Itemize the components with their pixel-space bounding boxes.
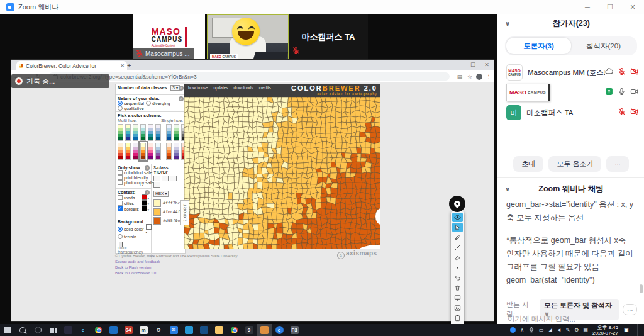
participants-tab-0[interactable]: 토론자(3) [506,38,571,54]
cursor-tool[interactable] [452,223,463,232]
new-tab-button[interactable]: + [127,62,131,69]
image-tool[interactable] [452,303,463,313]
color-scheme-ramp[interactable] [118,124,123,141]
context-option-roads[interactable]: roads [118,195,135,200]
nature-option-qualitative[interactable]: qualitative [118,106,144,111]
transparency-slider[interactable] [119,244,147,244]
tray-keyboard[interactable]: ▦ [584,327,589,333]
info-icon[interactable]: i [145,190,150,195]
participant-row[interactable]: MASOCAMPUSMasocampus MM (호스트, 나) [497,63,644,82]
collapse-chevron-icon[interactable]: ∨ [505,20,510,27]
color-scheme-ramp[interactable] [174,143,179,160]
nav-link-updates[interactable]: updates [213,86,228,90]
info-icon[interactable]: i [179,86,184,91]
eye-tool[interactable] [452,213,463,222]
app-9[interactable]: 9 [242,324,257,336]
dot-tool[interactable] [452,263,463,272]
notification-center-icon[interactable]: ▣ [623,326,630,334]
browser-profile-avatar[interactable] [476,74,482,80]
monitor-tool[interactable] [452,293,463,303]
undo-tool[interactable] [452,273,463,283]
color-scheme-ramp[interactable] [133,143,138,160]
footer-link[interactable]: Back to ColorBrewer 1.0 [115,271,237,276]
tray-chevron-up[interactable]: ∧ [520,327,524,333]
photos-app[interactable] [60,324,75,336]
color-scheme-ramp[interactable] [166,143,172,160]
app-f3[interactable]: F3 [287,324,302,336]
chrome-app[interactable] [91,324,106,336]
maximize-button[interactable]: ☐ [599,0,621,14]
nature-option-sequential[interactable]: sequential [118,101,144,106]
footer-link[interactable]: Back to Flash version [115,265,237,271]
background-option-solid-color[interactable]: solid color [118,227,144,232]
nav-link-how-to-use[interactable]: how to use [188,86,208,90]
browser-minimize-button[interactable]: ─ [452,60,466,70]
video-thumbnail-ta[interactable]: 마소캠퍼스 TA [289,14,368,60]
background-option-terrain[interactable]: terrain [118,234,136,239]
pen-tool[interactable] [452,233,463,242]
tray-mic[interactable] [528,327,535,334]
participant-row[interactable]: 마마소캠퍼스 TA [497,103,644,122]
epic-pen-logo[interactable] [449,196,465,212]
bookmark-star-icon[interactable]: ☆ [465,74,475,80]
zoom-app[interactable] [257,324,272,336]
trash-tool[interactable] [452,283,463,293]
context-color-chip[interactable]: ▾ [142,200,149,206]
color-scheme-ramp[interactable] [155,124,161,141]
app-colorful[interactable] [226,324,242,336]
only-show-option-colorblind-safe[interactable]: colorblind safe [118,171,152,175]
color-scheme-ramp[interactable] [166,124,172,141]
info-icon[interactable]: i [179,96,184,101]
tray-network[interactable]: ◢ [548,327,552,333]
chat-input[interactable] [506,315,635,323]
internet-explorer-app[interactable]: e [75,324,91,336]
background-color-chip[interactable]: ▾ [146,224,152,234]
color-scheme-ramp[interactable] [174,124,179,141]
collapse-chevron-icon[interactable]: ∨ [505,186,510,193]
mail-app[interactable]: ✉ [166,324,181,336]
nature-option-diverging[interactable]: diverging [146,101,170,106]
only-show-option-photocopy-safe[interactable]: photocopy safe [118,181,153,185]
video-thumbnail-masocampus[interactable]: MASO CAMPUS Actionable Content Masocampu… [133,14,205,60]
notion-app[interactable]: m [136,324,151,336]
color-scheme-ramp[interactable] [140,143,146,160]
color-scheme-ramp[interactable] [118,143,123,160]
only-show-option-print-friendly[interactable]: print friendly [118,176,148,180]
line-tool[interactable] [452,243,463,252]
app-64[interactable]: 64 [121,324,136,336]
context-color-chip[interactable]: ▾ [142,194,149,200]
copy-icon[interactable] [162,176,169,181]
chat-scrollbar[interactable] [640,284,643,293]
file-explorer-app[interactable] [211,324,226,336]
footer-link[interactable]: Source code and feedback [115,259,237,265]
eye-icon[interactable] [153,176,160,181]
task-view-button[interactable] [45,324,60,336]
participant-row[interactable]: MASOCAMPUS [497,82,644,103]
minimize-button[interactable]: ─ [576,0,599,14]
cortana-button[interactable] [30,324,45,336]
participants-tab-1[interactable]: 참석자(20) [571,38,636,54]
clipboard-tool[interactable] [452,313,463,323]
export-tab[interactable]: EXPORT [180,200,189,225]
context-option-cities[interactable]: cities [118,201,134,206]
chat-more-button[interactable]: … [623,304,637,315]
taskbar-clock[interactable]: 오후 8:45 2020-07-27 [592,325,618,336]
tray-app-dot[interactable] [510,327,516,333]
settings-app[interactable]: ⚙ [151,324,166,336]
tab-close-icon[interactable]: ✕ [120,63,125,69]
color-scheme-ramp[interactable] [140,124,146,141]
start-button[interactable] [0,324,15,336]
eraser-tool[interactable] [452,253,463,262]
app-teal[interactable] [181,324,196,336]
save-icon[interactable] [153,182,160,188]
edge-app[interactable]: e [272,324,287,336]
tray-pen[interactable]: ✎ [566,327,570,333]
color-scheme-ramp[interactable] [133,124,138,141]
color-scheme-ramp[interactable] [155,143,161,160]
browser-maximize-button[interactable]: ☐ [466,60,480,70]
nav-link-credits[interactable]: credits [259,86,271,90]
mute-all-button[interactable]: 모두 음소거 [548,156,601,172]
format-select[interactable]: HEX ▾ [153,191,169,197]
color-scheme-ramp[interactable] [125,143,131,160]
color-scheme-ramp[interactable] [148,124,153,141]
